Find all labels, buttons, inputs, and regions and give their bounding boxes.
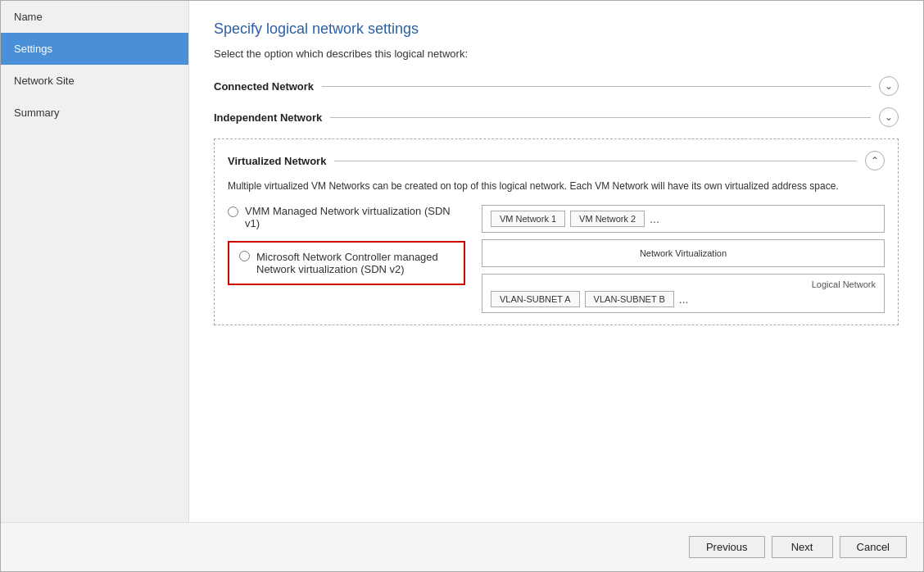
vlan-subnet-a-tag: VLAN-SUBNET A xyxy=(491,291,580,307)
logical-network-box: Logical Network VLAN-SUBNET A VLAN-SUBNE… xyxy=(482,274,885,313)
next-button[interactable]: Next xyxy=(772,536,833,558)
vmm-managed-option[interactable]: VMM Managed Network virtualization (SDN … xyxy=(228,205,465,229)
vm-networks-dots[interactable]: ... xyxy=(650,212,659,225)
vlan-subnets-row: VLAN-SUBNET A VLAN-SUBNET B ... xyxy=(491,291,876,307)
vmm-managed-radio[interactable] xyxy=(228,207,238,217)
sidebar-item-summary[interactable]: Summary xyxy=(1,97,188,129)
microsoft-nc-radio[interactable] xyxy=(239,251,250,261)
independent-network-divider xyxy=(330,117,871,118)
vm-network-1-tag: VM Network 1 xyxy=(491,211,565,227)
microsoft-nc-option-highlighted[interactable]: Microsoft Network Controller managed Net… xyxy=(228,241,465,285)
sidebar-item-settings[interactable]: Settings xyxy=(1,33,188,65)
virtualized-network-divider xyxy=(334,161,857,161)
vmm-managed-label: VMM Managed Network virtualization (SDN … xyxy=(245,205,465,229)
virtualized-network-section: Virtualized Network ⌃ Multiple virtualiz… xyxy=(214,138,899,325)
virtualized-network-header: Virtualized Network ⌃ xyxy=(228,151,885,170)
vm-networks-inner: VM Network 1 VM Network 2 ... xyxy=(491,211,876,227)
cancel-button[interactable]: Cancel xyxy=(840,536,907,558)
connected-network-label: Connected Network xyxy=(214,80,322,93)
page-title: Specify logical network settings xyxy=(214,20,899,38)
vlan-subnet-b-tag: VLAN-SUBNET B xyxy=(585,291,674,307)
sidebar-item-network-site[interactable]: Network Site xyxy=(1,65,188,97)
virtualized-network-label: Virtualized Network xyxy=(228,155,334,167)
bottom-bar: Previous Next Cancel xyxy=(1,522,923,571)
independent-network-section: Independent Network ⌄ xyxy=(214,107,899,127)
virtualized-network-description: Multiple virtualized VM Networks can be … xyxy=(228,179,885,193)
vlan-dots[interactable]: ... xyxy=(679,293,689,306)
previous-button[interactable]: Previous xyxy=(689,536,765,558)
virtualized-network-expand-btn[interactable]: ⌃ xyxy=(865,151,885,170)
logical-network-label: Logical Network xyxy=(491,279,876,289)
virtualized-options-row: VMM Managed Network virtualization (SDN … xyxy=(228,205,885,313)
microsoft-nc-label: Microsoft Network Controller managed Net… xyxy=(256,251,454,275)
network-virtualization-label: Network Virtualization xyxy=(491,245,876,261)
connected-network-section: Connected Network ⌄ xyxy=(214,76,899,96)
vm-network-2-tag: VM Network 2 xyxy=(570,211,645,227)
subtitle: Select the option which describes this l… xyxy=(214,48,899,60)
connected-network-divider xyxy=(322,86,871,87)
sidebar: Name Settings Network Site Summary xyxy=(1,1,189,522)
independent-network-expand-btn[interactable]: ⌄ xyxy=(879,107,899,127)
main-content: Name Settings Network Site Summary Speci… xyxy=(1,1,923,522)
independent-network-label: Independent Network xyxy=(214,111,330,124)
radio-options-container: VMM Managed Network virtualization (SDN … xyxy=(228,205,465,285)
vm-networks-box: VM Network 1 VM Network 2 ... xyxy=(482,205,885,233)
diagram-area: VM Network 1 VM Network 2 ... Network Vi… xyxy=(482,205,885,313)
sidebar-item-name[interactable]: Name xyxy=(1,1,188,33)
connected-network-expand-btn[interactable]: ⌄ xyxy=(879,76,899,96)
network-virtualization-box: Network Virtualization xyxy=(482,239,885,267)
content-area: Specify logical network settings Select … xyxy=(189,1,923,522)
